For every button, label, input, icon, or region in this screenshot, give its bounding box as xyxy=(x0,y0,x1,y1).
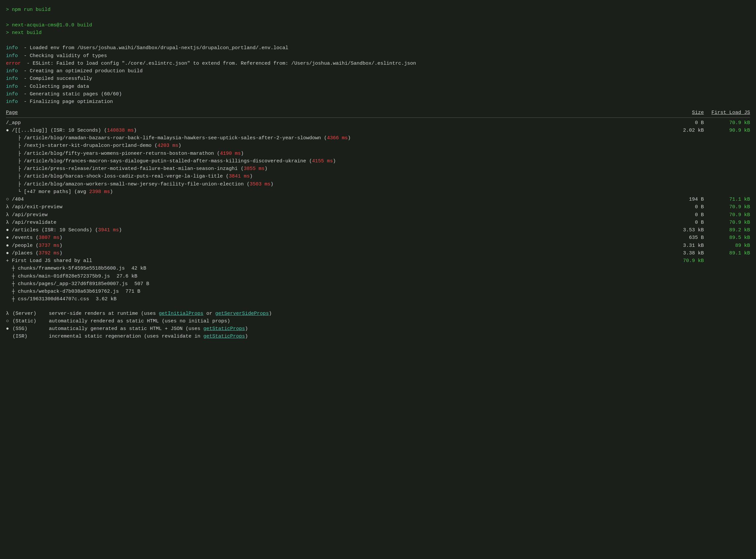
table-row: ├ /article/blog/frances-macron-says-dial… xyxy=(6,157,750,165)
log-line-3: info - Compiled successfully xyxy=(6,75,750,83)
chunk-row: ┼ css/19631300d644707c.css 3.62 kB xyxy=(6,295,750,303)
terminal: > npm run build > next-acquia-cms@1.0.0 … xyxy=(6,6,750,340)
td-page: ├ /article/press-release/inter-motivated… xyxy=(6,165,267,173)
td-page: ├ /article/blog/barcas-shock-loss-cadiz-… xyxy=(6,173,253,180)
td-size: 194 B xyxy=(674,196,704,203)
td-size: 2.02 kB xyxy=(674,127,704,134)
link-getstaticprops-ssg[interactable]: getStaticProps xyxy=(203,326,245,332)
table-row: λ /api/preview 0 B 70.9 kB xyxy=(6,211,750,219)
td-page: /_app xyxy=(6,119,21,127)
label-info: info xyxy=(6,44,18,52)
legend-symbol: ○ xyxy=(6,317,13,325)
th-firstload: First Load JS xyxy=(704,109,750,116)
td-firstload: 70.9 kB xyxy=(704,211,750,219)
td-size: 3.53 kB xyxy=(674,226,704,234)
chunk-row: ┼ chunks/webpack-d7b038a63b619762.js 771… xyxy=(6,288,750,295)
label-info: info xyxy=(6,98,18,106)
firstload-value: 70.9 kB xyxy=(674,257,704,265)
chunk-size: 3.62 kB xyxy=(96,295,116,303)
prompt-run: > npm run build xyxy=(6,6,750,14)
log-text-3: - Compiled successfully xyxy=(18,75,92,83)
legend-symbol xyxy=(6,333,13,340)
td-size: 0 B xyxy=(674,119,704,127)
table-row: ├ /article/blog/barcas-shock-loss-cadiz-… xyxy=(6,173,750,180)
chunk-size: 27.6 kB xyxy=(116,273,137,280)
log-line-4: info - Collecting page data xyxy=(6,83,750,90)
chunk-size: 771 B xyxy=(126,288,140,295)
td-page: ├ /article/blog/ramadan-bazaars-roar-bac… xyxy=(6,134,351,142)
td-page: ● /people (3737 ms) xyxy=(6,242,62,249)
td-size: 3.38 kB xyxy=(674,249,704,257)
td-page: ├ /article/blog/frances-macron-says-dial… xyxy=(6,157,336,165)
td-firstload: 89.2 kB xyxy=(704,226,750,234)
td-page: ├ /article/blog/amazon-workers-small-new… xyxy=(6,180,273,188)
td-firstload: 70.9 kB xyxy=(704,203,750,211)
label-info: info xyxy=(6,83,18,90)
spacer2 xyxy=(6,303,750,307)
td-page: ├ /article/blog/fifty-years-womens-pione… xyxy=(6,150,244,157)
spacer3 xyxy=(6,307,750,310)
label-info: info xyxy=(6,75,18,83)
td-size: 0 B xyxy=(674,219,704,226)
log-line-2: info - Creating an optimized production … xyxy=(6,67,750,75)
legend-row: λ (Server) server-side renders at runtim… xyxy=(6,310,750,317)
table-row: /_app 0 B 70.9 kB xyxy=(6,119,750,127)
prompt-next: > next build xyxy=(6,29,750,37)
log-line-error: error - ESLint: Failed to load config ".… xyxy=(6,60,750,67)
td-page: ├ /nextjs-starter-kit-drupalcon-portland… xyxy=(6,142,181,150)
log-text-1: - Checking validity of types xyxy=(18,52,107,60)
td-firstload: 70.9 kB xyxy=(704,119,750,127)
log-text-0: - Loaded env from /Users/joshua.waihi/Sa… xyxy=(18,44,288,52)
table-row: ● /events (3807 ms) 635 B 89.5 kB xyxy=(6,234,750,242)
td-page: ● /articles (ISR: 10 Seconds) (3941 ms) xyxy=(6,226,122,234)
label-error: error xyxy=(6,60,21,67)
link-getserversideprops[interactable]: getServerSideProps xyxy=(215,311,269,316)
legend-label: (SSG) xyxy=(13,325,49,333)
td-size: 0 B xyxy=(674,211,704,219)
log-line-0: info - Loaded env from /Users/joshua.wai… xyxy=(6,44,750,52)
td-page: ● /places (3792 ms) xyxy=(6,249,62,257)
legend-desc: automatically generated as static HTML +… xyxy=(49,325,248,333)
firstload-summary-row: + First Load JS shared by all 70.9 kB xyxy=(6,257,750,265)
table-row: ○ /404 194 B 71.1 kB xyxy=(6,196,750,203)
td-firstload: 71.1 kB xyxy=(704,196,750,203)
td-firstload: 89.5 kB xyxy=(704,234,750,242)
table-header-row: Page Size First Load JS xyxy=(6,109,750,117)
td-page: λ /api/revalidate xyxy=(6,219,57,226)
table-row: ├ /article/blog/ramadan-bazaars-roar-bac… xyxy=(6,134,750,142)
table-row: ├ /article/blog/fifty-years-womens-pione… xyxy=(6,150,750,157)
legend-row: (ISR) incremental static regeneration (u… xyxy=(6,333,750,340)
chunk-size: 507 B xyxy=(134,280,149,288)
td-page: λ /api/preview xyxy=(6,211,47,219)
chunk-row: ┼ chunks/framework-5f4595e5518b5600.js 4… xyxy=(6,265,750,272)
td-page: ● /events (3807 ms) xyxy=(6,234,62,242)
chunk-name: ┼ chunks/webpack-d7b038a63b619762.js xyxy=(6,288,119,295)
legend-desc: server-side renders at runtime (uses get… xyxy=(49,310,272,317)
table-row: ├ /article/press-release/inter-motivated… xyxy=(6,165,750,173)
legend-symbol: ● xyxy=(6,325,13,333)
legend-label: (Static) xyxy=(13,317,49,325)
table-row: ● /people (3737 ms) 3.31 kB 89 kB xyxy=(6,242,750,249)
th-size: Size xyxy=(674,109,704,116)
chunk-name: ┼ chunks/main-01df828e572375b9.js xyxy=(6,273,110,280)
prompt-symbol: > npm run build xyxy=(6,6,50,14)
link-getstaticprops-isr[interactable]: getStaticProps xyxy=(203,334,245,339)
log-text-error: - ESLint: Failed to load config "./core/… xyxy=(21,60,416,67)
table-row: λ /api/exit-preview 0 B 70.9 kB xyxy=(6,203,750,211)
td-firstload: 90.9 kB xyxy=(704,127,750,134)
log-line-1: info - Checking validity of types xyxy=(6,52,750,60)
td-firstload: 89.1 kB xyxy=(704,249,750,257)
blank-line-1 xyxy=(6,14,750,21)
table-row: └ [+47 more paths] (avg 2398 ms) xyxy=(6,188,750,196)
link-getinitialprops[interactable]: getInitialProps xyxy=(159,311,203,316)
legend-row: ● (SSG) automatically generated as stati… xyxy=(6,325,750,333)
chunk-name: ┼ css/19631300d644707c.css xyxy=(6,295,89,303)
td-size: 635 B xyxy=(674,234,704,242)
th-page: Page xyxy=(6,109,18,116)
legend-symbol: λ xyxy=(6,310,13,317)
log-text-6: - Finalizing page optimization xyxy=(18,98,113,106)
td-page: λ /api/exit-preview xyxy=(6,203,62,211)
table-row: ├ /nextjs-starter-kit-drupalcon-portland… xyxy=(6,142,750,150)
chunk-name: ┼ chunks/pages/_app-327d6f89185e0007.js xyxy=(6,280,128,288)
td-firstload: 89 kB xyxy=(704,242,750,249)
